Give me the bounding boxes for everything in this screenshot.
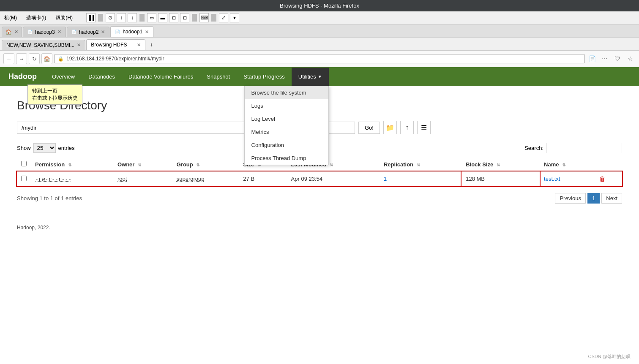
dropdown-item-metrics[interactable]: Metrics — [245, 125, 328, 139]
nav-item-startup[interactable]: Startup Progress — [237, 68, 292, 86]
menu-tabs[interactable]: 选项卡(I) — [24, 14, 49, 22]
toolbar-separator-3 — [192, 14, 197, 22]
select-all-checkbox[interactable] — [21, 161, 27, 166]
nav-item-datanode-failures[interactable]: Datanode Volume Failures — [122, 68, 200, 86]
toolbar-icon-1[interactable]: ▐▐ — [86, 13, 96, 22]
inner-tab-close-2[interactable]: ✕ — [137, 42, 141, 48]
toolbar-icon-4[interactable]: ↓ — [128, 13, 137, 22]
outer-tab-1[interactable]: 🏠 机(M) ✕ — [2, 27, 22, 37]
menu-help[interactable]: 帮助(H) — [53, 14, 75, 22]
dropdown-item-logs[interactable]: Logs — [245, 99, 328, 112]
outer-tab-label-3: hadoop2 — [79, 29, 99, 35]
inner-tab-1[interactable]: NEW,NEW_SAVING,SUBMI... ✕ — [2, 40, 85, 50]
outer-tab-close-2[interactable]: ✕ — [57, 29, 61, 35]
toolbar-separator-2 — [139, 14, 145, 22]
utilities-button[interactable]: Utilities ▼ Browse the file system Logs … — [292, 68, 329, 86]
show-entries: Show 10 25 50 100 entries — [17, 143, 75, 153]
permission-sort-icon: ⇅ — [68, 163, 71, 167]
utilities-dropdown: Browse the file system Logs Log Level Me… — [244, 86, 329, 165]
outer-tab-close-4[interactable]: ✕ — [145, 29, 149, 35]
inner-tab-2[interactable]: Browsing HDFS ✕ — [86, 39, 145, 50]
outer-tab-4[interactable]: 📄 hadoop1 ✕ — [110, 26, 153, 37]
list-view-button[interactable]: ☰ — [417, 121, 431, 134]
home-nav-button[interactable]: 🏠 — [41, 53, 52, 64]
os-menubar: 机(M) 选项卡(I) 帮助(H) ▐▐ ⊙ ↑ ↓ ▭ ▬ ⊞ ⊡ ⌨ ⤢ ▾ — [0, 11, 639, 24]
replication-link[interactable]: 1 — [384, 176, 387, 182]
shield-btn[interactable]: 🛡 — [612, 53, 623, 64]
col-blocksize-label: Block Size — [466, 161, 493, 168]
inner-tab-label-1: NEW,NEW_SAVING,SUBMI... — [6, 42, 74, 48]
entries-select[interactable]: 10 25 50 100 — [33, 143, 56, 153]
col-blocksize-sort[interactable]: Block Size ⇅ — [462, 158, 540, 171]
col-group-sort[interactable]: Group ⇅ — [172, 158, 239, 171]
nav-item-snapshot[interactable]: Snapshot — [200, 68, 237, 86]
toolbar-icon-2[interactable]: ⊙ — [106, 13, 115, 22]
nav-item-overview[interactable]: Overview — [45, 68, 82, 86]
toolbar-separator-4 — [211, 14, 216, 22]
menu-machine[interactable]: 机(M) — [2, 14, 19, 22]
home-icon: 🏠 — [5, 29, 12, 35]
row-permission: -rw-r--r--- — [31, 171, 113, 186]
col-owner-sort[interactable]: Owner ⇅ — [113, 158, 172, 171]
nav-bar: 转到上一页 右击或下拉显示历史 ← → ↻ 🏠 🔒 192.168.184.12… — [0, 51, 639, 67]
inner-tab-label-2: Browsing HDFS — [91, 42, 127, 48]
toolbar-icon-7[interactable]: ⊞ — [169, 13, 178, 22]
delete-button[interactable]: 🗑 — [599, 175, 606, 182]
back-button[interactable]: ← — [3, 53, 14, 64]
toolbar-icon-10[interactable]: ⤢ — [219, 13, 228, 22]
page-1-button[interactable]: 1 — [587, 193, 600, 204]
replication-sort-icon: ⇅ — [417, 163, 420, 167]
toolbar-icon-11[interactable]: ▾ — [230, 13, 239, 22]
refresh-button[interactable]: ↻ — [29, 53, 40, 64]
lock-icon: 🔒 — [58, 56, 64, 62]
col-name-label: Name — [544, 161, 559, 168]
toolbar-icon-9[interactable]: ⌨ — [199, 13, 209, 22]
row-blocksize: 128 MB — [462, 171, 540, 186]
upload-button[interactable]: 📁 — [383, 121, 397, 134]
mkdir-button[interactable]: ↑ — [400, 121, 414, 134]
dropdown-item-configuration[interactable]: Configuration — [245, 139, 328, 152]
toolbar-icon-3[interactable]: ↑ — [117, 13, 126, 22]
outer-tab-2[interactable]: 📄 hadoop3 ✕ — [23, 27, 66, 37]
row-name: test.txt — [540, 171, 595, 186]
col-actions — [595, 158, 622, 171]
bookmark-btn[interactable]: ☆ — [625, 53, 636, 64]
inner-tab-close-1[interactable]: ✕ — [77, 42, 81, 48]
col-replication-sort[interactable]: Replication ⇅ — [380, 158, 462, 171]
outer-tab-close-1[interactable]: ✕ — [14, 29, 18, 35]
dropdown-item-browse[interactable]: Browse the file system — [245, 86, 328, 99]
new-tab-btn[interactable]: + — [146, 39, 156, 50]
show-label: Show — [17, 145, 31, 151]
toolbar-icon-8[interactable]: ⊡ — [180, 13, 189, 22]
toolbar-icon-6[interactable]: ▬ — [158, 13, 167, 22]
outer-tab-close-3[interactable]: ✕ — [101, 29, 105, 35]
pagination: Previous 1 Next — [555, 193, 622, 204]
col-group-label: Group — [177, 161, 193, 168]
previous-button[interactable]: Previous — [555, 193, 586, 204]
row-modified: Apr 09 23:54 — [287, 171, 380, 186]
row-checkbox[interactable] — [21, 176, 27, 181]
modified-sort-icon: ⇅ — [330, 163, 333, 167]
row-replication: 1 — [380, 171, 462, 186]
more-btn[interactable]: ⋯ — [599, 53, 610, 64]
col-name-sort[interactable]: Name ⇅ — [540, 158, 595, 171]
tooltip-line1: 转到上一页 — [32, 87, 78, 95]
blocksize-sort-icon: ⇅ — [497, 163, 500, 167]
reader-mode-btn[interactable]: 📄 — [587, 53, 598, 64]
dropdown-item-thread-dump[interactable]: Process Thread Dump — [245, 152, 328, 165]
hadoop-brand: Hadoop — [0, 67, 45, 86]
search-input[interactable] — [546, 143, 622, 153]
group-text: supergroup — [177, 176, 205, 182]
outer-tab-label-2: hadoop3 — [35, 29, 55, 35]
col-permission-sort[interactable]: Permission ⇅ — [31, 158, 113, 171]
outer-tab-3[interactable]: 📄 hadoop2 ✕ — [67, 27, 110, 37]
row-checkbox-cell — [17, 171, 31, 186]
next-button[interactable]: Next — [601, 193, 622, 204]
file-name-link[interactable]: test.txt — [544, 176, 560, 182]
forward-button[interactable]: → — [16, 53, 27, 64]
toolbar-icon-5[interactable]: ▭ — [147, 13, 156, 22]
nav-item-datanodes[interactable]: Datanodes — [82, 68, 122, 86]
col-replication-label: Replication — [384, 161, 413, 168]
dropdown-item-log-level[interactable]: Log Level — [245, 112, 328, 125]
go-button[interactable]: Go! — [358, 122, 380, 134]
